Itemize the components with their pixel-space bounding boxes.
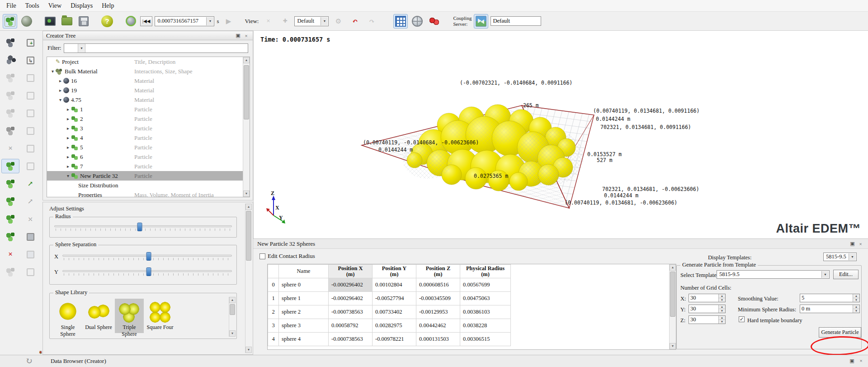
tree-scrollbar[interactable]: ▲ ▼ [243,57,250,197]
tree-item-size-distribution[interactable]: Size Distribution [47,181,250,190]
cell-position-x[interactable]: -0.000738563 [329,305,373,319]
left-tool-icon[interactable]: × [1,141,19,156]
float-panel-icon[interactable]: ▣ [849,241,856,247]
coupling-connect-button[interactable] [474,14,488,29]
left-tool-icon[interactable]: ↓ [1,212,19,226]
panel-scrollbar[interactable]: ▲ ▼ [245,204,252,353]
filter-combobox[interactable]: ▼ [64,43,248,53]
3d-viewport[interactable]: Z X Y Time: 0.000731657 s (-0.00702321, … [253,31,868,238]
radius-slider[interactable] [54,223,232,233]
play-button[interactable]: ▶ [221,14,236,29]
spin-down-icon[interactable]: ▼ [719,298,725,302]
scroll-down-icon[interactable]: ▼ [229,330,236,337]
cell-radius[interactable]: 0.00386103 [460,305,511,319]
spin-up-icon[interactable]: ▲ [853,294,859,298]
left-tool-icon[interactable]: × [1,229,19,244]
spin-down-icon[interactable]: ▼ [719,320,725,324]
cell-name[interactable]: sphere 3 [279,319,329,333]
spin-down-icon[interactable]: ▼ [853,298,859,302]
physical-radius-header[interactable]: Physical Radius(m) [460,265,511,278]
close-panel-icon[interactable]: × [857,241,864,247]
scroll-up-icon[interactable]: ▲ [245,204,252,210]
expand-arrow-icon[interactable] [65,145,71,150]
cell-position-x[interactable]: -0.000738563 [329,333,373,346]
expand-arrow-icon[interactable] [57,97,63,102]
tree-item-particle-3[interactable]: 3 Particle [47,124,250,133]
view-combobox[interactable]: Default ▼ [294,16,329,26]
expand-arrow-icon[interactable] [57,78,63,83]
left-tool-icon[interactable] [1,53,19,67]
menu-view[interactable]: View [44,1,66,11]
cell-position-x[interactable]: -0.000296402 [329,278,373,292]
cell-name[interactable]: sphere 0 [279,278,329,292]
remove-view-button[interactable]: × [261,14,275,29]
index-header[interactable] [268,265,279,278]
menu-help[interactable]: Help [97,1,118,11]
close-panel-icon[interactable]: × [858,358,864,363]
cell-position-y[interactable]: -0.00978221 [373,333,416,346]
tree-item-particle-1[interactable]: 1 Particle [47,105,250,114]
left-tool-icon[interactable]: + [1,176,19,191]
chevron-down-icon[interactable]: ▼ [821,271,829,278]
shape-square-four[interactable]: Square Four [146,299,175,333]
time-step-combobox[interactable]: 0.0007316567157 ▼ [155,16,214,26]
cell-position-y[interactable]: 0.00102804 [373,278,416,292]
left-tool-icon[interactable] [21,247,39,262]
table-scrollbar[interactable]: ▲ ▼ [669,264,676,349]
left-tool-icon[interactable] [21,141,39,156]
chevron-down-icon[interactable]: ▼ [206,17,213,25]
left-tool-icon[interactable]: ↳ [21,53,39,67]
left-tool-icon[interactable]: ↗ [21,194,39,209]
left-tool-icon[interactable] [21,265,39,279]
expand-arrow-icon[interactable] [65,164,71,169]
shape-triple-sphere[interactable]: Triple Sphere [115,299,144,333]
scroll-thumb[interactable] [244,65,249,119]
scroll-up-icon[interactable]: ▲ [670,264,676,271]
cell-name[interactable]: sphere 4 [279,333,329,346]
cell-position-z[interactable]: 0.000131503 [416,333,460,346]
cell-position-z[interactable]: -0.00129953 [416,305,460,319]
left-tool-icon[interactable] [1,35,19,50]
spin-up-icon[interactable]: ▲ [719,316,725,320]
expand-arrow-icon[interactable] [65,173,71,178]
slider-handle[interactable] [137,223,142,231]
skip-to-start-button[interactable]: |◀◀ [140,16,152,26]
left-tool-icon-active[interactable] [1,159,19,173]
smoothing-spinbox[interactable]: 5 ▲▼ [800,294,860,302]
spin-up-icon[interactable]: ▲ [719,294,725,298]
menu-tools[interactable]: Tools [21,1,44,11]
left-tool-icon[interactable] [1,71,19,85]
scroll-thumb[interactable] [230,304,235,315]
spin-up-icon[interactable]: ▲ [853,305,859,309]
expand-arrow-icon[interactable] [65,116,71,121]
help-button[interactable]: ? [100,14,114,29]
spin-down-icon[interactable]: ▼ [853,309,859,313]
tree-item-material-475[interactable]: 4.75 Material [47,95,250,105]
tree-item-material-19[interactable]: 19 Material [47,86,250,95]
shape-single-sphere[interactable]: Single Sphere [53,299,82,333]
cell-radius[interactable]: 0.00306515 [460,333,511,346]
left-tool-icon[interactable]: ↗ [21,176,39,191]
hard-boundary-checkbox[interactable]: ✓ [739,316,745,322]
scroll-down-icon[interactable]: ▼ [670,343,676,349]
left-tool-icon[interactable]: + [21,35,39,50]
position-y-header[interactable]: Position Y(m) [373,265,416,278]
cell-position-x[interactable]: -0.000296402 [329,292,373,305]
edit-template-button[interactable]: Edit... [833,270,859,279]
add-view-button[interactable]: ✚ [278,14,292,29]
left-tool-icon[interactable] [1,124,19,138]
tree-item-particle-2[interactable]: 2 Particle [47,114,250,124]
min-sphere-radius-spinbox[interactable]: 0 m ▲▼ [800,305,860,313]
cell-radius[interactable]: 0.00475063 [460,292,511,305]
menu-displays[interactable]: Displays [66,1,97,11]
left-tool-icon[interactable] [21,159,39,173]
name-header[interactable]: Name [279,265,329,278]
x-cells-spinbox[interactable]: 30 ▲▼ [689,294,726,302]
separation-x-slider[interactable] [62,252,232,262]
particles-display-button[interactable] [427,14,441,29]
expand-arrow-icon[interactable] [50,69,56,74]
geometry-mode-button[interactable] [19,14,34,29]
scroll-thumb[interactable] [246,211,251,261]
left-tool-icon[interactable] [1,194,19,209]
simulator-button[interactable] [43,14,57,29]
